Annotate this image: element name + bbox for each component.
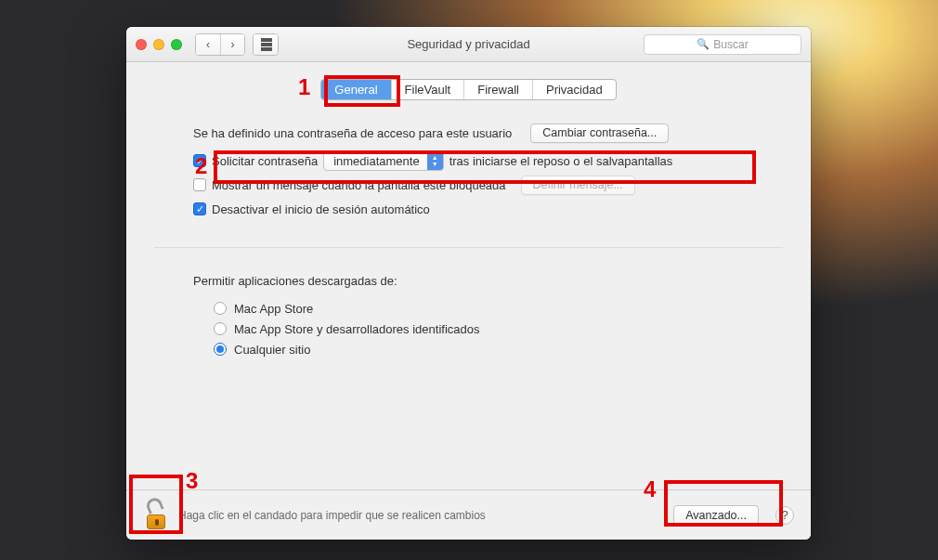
set-lock-message-button[interactable]: Definir mensaje... <box>521 176 635 195</box>
tab-privacy[interactable]: Privacidad <box>532 80 616 99</box>
preferences-window: ‹ › Seguridad y privacidad 🔍 Busc <box>126 27 811 540</box>
chevron-right-icon: › <box>231 38 235 51</box>
allow-appstore-label: Mac App Store <box>234 302 313 316</box>
chevron-left-icon: ‹ <box>206 38 210 51</box>
allow-anywhere-label: Cualquier sitio <box>234 343 310 357</box>
change-password-button[interactable]: Cambiar contraseña... <box>530 124 669 143</box>
back-button[interactable]: ‹ <box>196 34 220 55</box>
tab-general[interactable]: General <box>321 80 390 99</box>
section-divider <box>154 247 783 248</box>
nav-back-forward: ‹ › <box>195 33 245 56</box>
disable-autologin-checkbox[interactable]: ✓ <box>193 202 206 215</box>
show-lock-message-label: Mostrar un mensaje cuando la pantalla es… <box>212 178 506 192</box>
allow-identified-devs-radio[interactable] <box>214 322 227 335</box>
allow-appstore-radio[interactable] <box>214 302 227 315</box>
lock-hint-label: Haga clic en el candado para impedir que… <box>178 509 486 522</box>
window-content: General FileVault Firewall Privacidad Se… <box>126 62 811 489</box>
dropdown-selected-value: inmediatamente <box>324 154 427 168</box>
require-password-prefix: Solicitar contraseña <box>212 154 318 168</box>
allow-identified-devs-label: Mac App Store y desarrolladores identifi… <box>234 322 479 336</box>
password-defined-label: Se ha definido una contraseña de acceso … <box>193 126 512 140</box>
desktop-wallpaper: ‹ › Seguridad y privacidad 🔍 Busc <box>0 0 938 560</box>
search-input[interactable]: 🔍 Buscar <box>644 34 801 55</box>
close-window-button[interactable] <box>136 39 147 50</box>
zoom-window-button[interactable] <box>171 39 182 50</box>
window-toolbar: ‹ › Seguridad y privacidad 🔍 Busc <box>126 27 811 62</box>
window-footer: Haga clic en el candado para impedir que… <box>126 489 811 540</box>
grid-icon <box>260 37 271 51</box>
require-password-suffix: tras iniciarse el reposo o el salvapanta… <box>449 154 673 168</box>
lock-icon[interactable] <box>143 501 169 529</box>
forward-button[interactable]: › <box>220 34 244 55</box>
advanced-button[interactable]: Avanzado... <box>673 505 759 525</box>
require-password-checkbox[interactable]: ✓ <box>193 154 206 167</box>
tab-filevault[interactable]: FileVault <box>391 80 464 99</box>
show-lock-message-checkbox[interactable] <box>193 178 206 191</box>
window-controls <box>136 39 182 50</box>
dropdown-arrows-icon: ▲▼ <box>427 151 443 170</box>
allow-apps-title: Permitir aplicaciones descargadas de: <box>193 274 397 288</box>
disable-autologin-label: Desactivar el inicio de sesión automátic… <box>212 202 430 216</box>
minimize-window-button[interactable] <box>153 39 164 50</box>
tab-bar: General FileVault Firewall Privacidad <box>320 79 616 100</box>
search-placeholder: Buscar <box>713 38 748 51</box>
help-button[interactable]: ? <box>775 506 794 525</box>
search-icon: 🔍 <box>697 38 710 50</box>
require-password-delay-dropdown[interactable]: inmediatamente ▲▼ <box>323 150 444 171</box>
tab-firewall[interactable]: Firewall <box>463 80 532 99</box>
show-all-button[interactable] <box>253 33 279 56</box>
allow-anywhere-radio[interactable] <box>214 343 227 356</box>
